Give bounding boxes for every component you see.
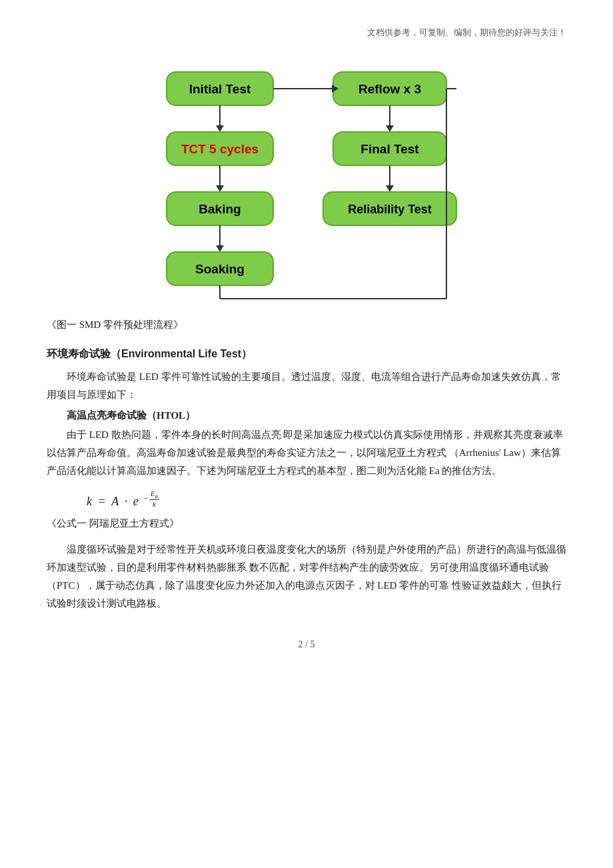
svg-marker-17 [386,125,394,132]
section1-subheading1: 高温点亮寿命试验（HTOL） [47,409,566,422]
svg-marker-21 [386,185,394,192]
section1-heading: 环境寿命试验（Environmental Life Test） [47,347,566,361]
svg-text:Reflow x 3: Reflow x 3 [358,82,421,96]
svg-text:TCT 5 cycles: TCT 5 cycles [181,142,259,156]
svg-marker-11 [216,245,224,252]
svg-marker-7 [216,185,224,192]
section1-para1: 环境寿命试验是 LED 零件可靠性试验的主要项目。透过温度、湿度、电流等组合进行… [47,368,566,404]
header-note: 文档供参考，可复制、编制，期待您的好评与关注！ [47,27,566,39]
svg-text:Final Test: Final Test [360,142,419,156]
flowchart-wrapper: Initial Test TCT 5 cycles Baking Soaking… [47,59,566,305]
formula-text: k = A · e −Eak [87,492,160,511]
page: 文档供参考，可复制、编制，期待您的好评与关注！ Initial Test TCT… [0,0,613,690]
formula-caption: 《公式一 阿瑞尼亚土方程式》 [47,517,566,530]
section1-para2: 由于 LED 散热问题，零件本身的长时间高温点亮 即是采加速应力模式以仿真实际使… [47,426,566,480]
svg-text:Soaking: Soaking [195,262,245,276]
page-number: 2 / 5 [47,639,566,650]
caption1: 《图一 SMD 零件预处理流程》 [47,319,566,331]
svg-marker-3 [216,125,224,132]
svg-text:Baking: Baking [199,202,241,216]
formula-display: k = A · e −Eak [87,492,566,511]
svg-text:Reliability Test: Reliability Test [348,203,432,216]
section2-para: 温度循环试验是对于经常性开关机或环境日夜温度变化大的场所（特别是户外使用的产品）… [47,541,566,613]
flowchart-svg: Initial Test TCT 5 cycles Baking Soaking… [147,59,466,305]
svg-text:Initial Test: Initial Test [189,82,251,96]
